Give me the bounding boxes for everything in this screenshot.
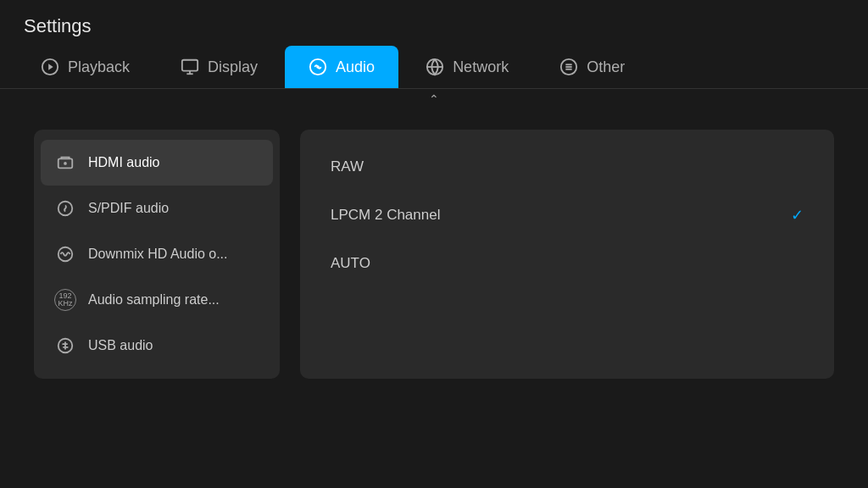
monitor-icon [181,58,199,76]
tab-other[interactable]: Other [536,46,648,88]
spdif-icon [54,197,76,219]
play-circle-icon [41,58,59,76]
audio-waves-icon [309,58,327,76]
svg-point-18 [62,343,64,345]
tab-network-label: Network [453,58,509,76]
svg-point-16 [58,247,73,262]
check-icon: ✓ [791,206,804,225]
left-item-spdif[interactable]: S/PDIF audio [41,186,273,231]
hdmi-icon [54,152,76,174]
right-item-raw-label: RAW [331,158,364,175]
tab-bar: Playback Display Audio Network Other [0,46,868,89]
content-area: HDMI audio S/PDIF audio Downmix HD Audio… [0,113,868,396]
svg-point-6 [316,65,320,69]
svg-point-14 [64,162,67,165]
192khz-icon: 192KHz [54,289,76,311]
list-circle-icon [559,58,578,76]
tab-indicator-arrow: ⌃ [0,92,868,106]
left-panel: HDMI audio S/PDIF audio Downmix HD Audio… [34,130,280,379]
right-item-lpcm-label: LPCM 2 Channel [331,207,440,224]
svg-rect-2 [182,60,198,71]
right-panel: RAW LPCM 2 Channel ✓ AUTO [300,130,834,379]
left-item-hdmi[interactable]: HDMI audio [41,140,273,186]
left-item-sampling[interactable]: 192KHz Audio sampling rate... [41,277,273,323]
tab-playback-label: Playback [68,58,130,76]
tab-audio[interactable]: Audio [285,46,398,88]
tab-audio-label: Audio [336,58,375,76]
left-item-sampling-label: Audio sampling rate... [88,292,220,308]
tab-network[interactable]: Network [402,46,532,88]
tab-other-label: Other [587,58,625,76]
right-item-auto-label: AUTO [331,255,370,272]
left-item-downmix-label: Downmix HD Audio o... [88,247,228,262]
page-title: Settings [0,0,868,46]
right-item-auto[interactable]: AUTO [317,240,817,287]
globe-icon [426,58,444,76]
wave-icon [54,243,76,265]
tab-playback[interactable]: Playback [17,46,153,88]
tab-display[interactable]: Display [157,46,281,88]
left-item-usb-label: USB audio [88,338,153,353]
tab-display-label: Display [208,58,258,76]
usb-icon [54,335,76,357]
svg-marker-1 [48,64,53,69]
left-item-usb[interactable]: USB audio [41,323,273,369]
right-item-lpcm[interactable]: LPCM 2 Channel ✓ [317,191,817,240]
left-item-hdmi-label: HDMI audio [88,155,159,170]
left-item-downmix[interactable]: Downmix HD Audio o... [41,231,273,277]
right-item-raw[interactable]: RAW [317,143,817,191]
svg-point-19 [67,347,69,348]
left-item-spdif-label: S/PDIF audio [88,201,169,216]
